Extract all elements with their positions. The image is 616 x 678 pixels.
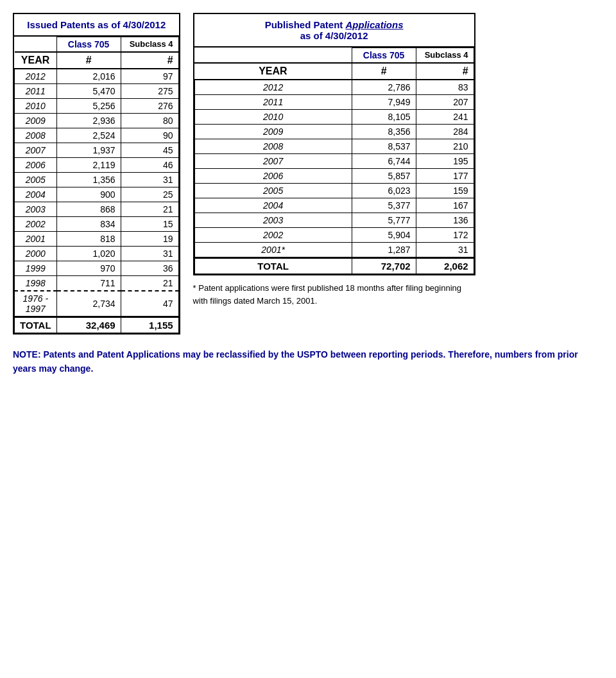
left-hash-row: YEAR # # — [15, 52, 179, 69]
right-header-row1: Class 705 Subclass 4 — [194, 48, 474, 64]
right-class-cell: 5,857 — [352, 169, 416, 184]
left-data-row: 2010 5,256 276 — [15, 99, 179, 114]
left-year-cell: 2001 — [15, 232, 57, 247]
left-class-cell: 970 — [56, 261, 121, 276]
left-class-cell: 2,524 — [56, 128, 121, 143]
left-class-cell: 818 — [56, 232, 121, 247]
left-subclass-cell: 45 — [121, 143, 178, 158]
right-data-row: 2008 8,537 210 — [194, 139, 474, 154]
left-year-cell: 2006 — [15, 158, 57, 173]
left-table-body: 2012 2,016 97 2011 5,470 275 2010 5,256 … — [15, 69, 179, 317]
left-range-row: 1976 - 1997 2,734 47 — [15, 291, 179, 317]
left-subclass-cell: 31 — [121, 247, 178, 261]
right-data-row: 2002 5,904 172 — [194, 228, 474, 243]
right-year-cell: 2002 — [194, 228, 352, 243]
left-subclass-cell: 275 — [121, 84, 178, 99]
right-class-cell: 8,105 — [352, 110, 416, 125]
left-total-class: 32,469 — [56, 317, 121, 333]
right-subclass-cell: 83 — [416, 80, 474, 95]
right-year-cell: 2005 — [194, 184, 352, 198]
right-class-cell: 8,537 — [352, 139, 416, 154]
left-year-cell: 2004 — [15, 187, 57, 202]
left-subclass-cell: 31 — [121, 173, 178, 187]
left-class-cell: 900 — [56, 187, 121, 202]
left-total-row: TOTAL 32,469 1,155 — [15, 317, 179, 333]
main-container: Issued Patents as of 4/30/2012 Class 705… — [13, 13, 603, 376]
right-subclass-cell: 167 — [416, 198, 474, 213]
footnote-text: * Patent applications were first publish… — [193, 283, 461, 306]
left-data-row: 1998 711 21 — [15, 276, 179, 291]
right-year-cell: 2001* — [194, 243, 352, 258]
right-subclass-cell: 159 — [416, 184, 474, 198]
left-class-cell: 711 — [56, 276, 121, 291]
right-data-row: 2009 8,356 284 — [194, 125, 474, 139]
left-header-row1: Class 705 Subclass 4 — [15, 37, 179, 53]
right-year-cell: 2012 — [194, 80, 352, 95]
published-patents-table: Class 705 Subclass 4 YEAR # # 2012 2,786… — [194, 48, 474, 274]
footer-note: NOTE: Patents and Patent Applications ma… — [13, 347, 603, 376]
left-year-header-empty — [15, 37, 57, 53]
right-class-cell: 5,777 — [352, 213, 416, 228]
right-class-cell: 5,377 — [352, 198, 416, 213]
title-applications: Applications — [346, 19, 404, 30]
right-subclass-cell: 207 — [416, 95, 474, 110]
left-class-cell: 834 — [56, 217, 121, 232]
left-class-header: Class 705 — [56, 37, 121, 53]
left-data-row: 2004 900 25 — [15, 187, 179, 202]
right-data-row: 2011 7,949 207 — [194, 95, 474, 110]
left-year-cell: 2002 — [15, 217, 57, 232]
left-data-row: 2009 2,936 80 — [15, 114, 179, 128]
right-class-cell: 2,786 — [352, 80, 416, 95]
right-table-body: 2012 2,786 83 2011 7,949 207 2010 8,105 … — [194, 80, 474, 258]
left-year-cell: 2008 — [15, 128, 57, 143]
left-subclass-cell: 90 — [121, 128, 178, 143]
left-year-cell: 2000 — [15, 247, 57, 261]
left-year-cell: 2005 — [15, 173, 57, 187]
title-line1: Published Patent — [265, 19, 346, 30]
issued-patents-table: Class 705 Subclass 4 YEAR # # 2012 2,016… — [14, 37, 179, 333]
right-year-label: YEAR — [194, 63, 352, 80]
left-range-class: 2,734 — [56, 291, 121, 317]
right-year-cell: 2007 — [194, 154, 352, 169]
right-year-cell: 2010 — [194, 110, 352, 125]
right-class-cell: 5,904 — [352, 228, 416, 243]
right-total-label: TOTAL — [194, 258, 352, 274]
right-subclass-cell: 210 — [416, 139, 474, 154]
left-class-cell: 5,470 — [56, 84, 121, 99]
right-class-cell: 7,949 — [352, 95, 416, 110]
right-subclass-cell: 241 — [416, 110, 474, 125]
right-hash1: # — [352, 63, 416, 80]
right-year-cell: 2008 — [194, 139, 352, 154]
left-class-cell: 1,020 — [56, 247, 121, 261]
left-subclass-cell: 25 — [121, 187, 178, 202]
left-range-year: 1976 - 1997 — [15, 291, 57, 317]
left-class-cell: 868 — [56, 202, 121, 217]
issued-patents-title: Issued Patents as of 4/30/2012 — [14, 14, 179, 37]
right-data-row: 2007 6,744 195 — [194, 154, 474, 169]
tables-row: Issued Patents as of 4/30/2012 Class 705… — [13, 13, 603, 335]
right-data-row: 2012 2,786 83 — [194, 80, 474, 95]
left-year-cell: 2009 — [15, 114, 57, 128]
right-class-cell: 6,023 — [352, 184, 416, 198]
right-data-row: 2004 5,377 167 — [194, 198, 474, 213]
right-subclass-cell: 31 — [416, 243, 474, 258]
published-patents-title: Published Patent Applications as of 4/30… — [194, 14, 474, 48]
right-class-header: Class 705 — [352, 48, 416, 64]
right-data-row: 2003 5,777 136 — [194, 213, 474, 228]
left-data-row: 2006 2,119 46 — [15, 158, 179, 173]
right-subclass-cell: 136 — [416, 213, 474, 228]
published-patents-section: Published Patent Applications as of 4/30… — [193, 13, 475, 275]
right-year-cell: 2011 — [194, 95, 352, 110]
left-data-row: 2007 1,937 45 — [15, 143, 179, 158]
left-data-row: 2011 5,470 275 — [15, 84, 179, 99]
right-year-cell: 2003 — [194, 213, 352, 228]
right-subclass-header: Subclass 4 — [416, 48, 474, 64]
right-table-foot: TOTAL 72,702 2,062 — [194, 258, 474, 274]
left-total-label: TOTAL — [15, 317, 57, 333]
right-year-cell: 2004 — [194, 198, 352, 213]
left-subclass-cell: 19 — [121, 232, 178, 247]
issued-patents-section: Issued Patents as of 4/30/2012 Class 705… — [13, 13, 180, 335]
right-hash-row: YEAR # # — [194, 63, 474, 80]
left-year-cell: 1999 — [15, 261, 57, 276]
right-subclass-cell: 172 — [416, 228, 474, 243]
